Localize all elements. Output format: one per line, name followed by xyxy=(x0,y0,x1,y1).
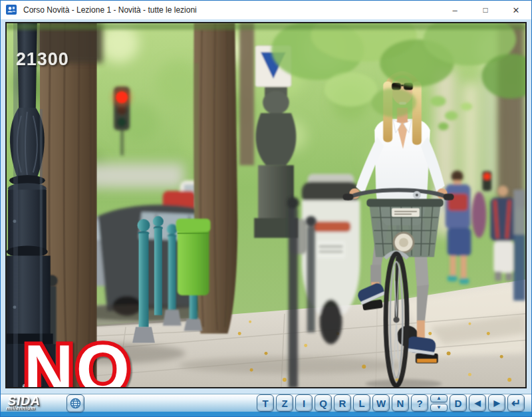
spinner-down-button[interactable]: ▼ xyxy=(430,404,448,412)
toolbar-button-z[interactable]: Z xyxy=(276,394,293,412)
pedestrian-backpacker xyxy=(490,186,515,281)
pedestrian-far-right xyxy=(513,190,525,301)
sida-logo: SIDA millennium xyxy=(6,396,66,410)
globe-icon xyxy=(70,398,81,409)
navigation-buttons: T Z I Q R L W N ? ▲ ▼ D ◀ ▶ ↵ xyxy=(257,394,525,412)
question-number-overlay: 21300 xyxy=(16,49,69,69)
spinner-up-button[interactable]: ▲ xyxy=(430,394,448,402)
sida-logo-subtext: millennium xyxy=(6,406,64,410)
lesson-photo: 21300 NO xyxy=(5,22,527,388)
previous-button[interactable]: ◀ xyxy=(469,394,486,412)
answer-no-text: NO xyxy=(24,331,132,387)
enter-button[interactable]: ↵ xyxy=(507,394,525,412)
globe-button[interactable] xyxy=(66,394,84,412)
maximize-button[interactable]: □ xyxy=(470,1,501,19)
toolbar-button-l[interactable]: L xyxy=(353,394,370,412)
sida-logo-text: SIDA xyxy=(7,396,66,406)
window-title: Corso Novità - Lezione 1 - Novità - tutt… xyxy=(23,5,197,15)
toolbar-button-r[interactable]: R xyxy=(334,394,351,412)
window-controls: – □ ✕ xyxy=(440,1,531,19)
question-number: 21300 xyxy=(16,49,69,69)
tree-trunk-thin xyxy=(239,23,254,165)
toolbar-button-w[interactable]: W xyxy=(372,394,390,412)
app-window: Corso Novità - Lezione 1 - Novità - tutt… xyxy=(0,0,532,417)
titlebar: Corso Novità - Lezione 1 - Novità - tutt… xyxy=(1,1,531,19)
toolbar-button-i[interactable]: I xyxy=(295,394,313,412)
toolbar-button-t[interactable]: T xyxy=(257,394,274,412)
bottom-toolbar: SIDA millennium T Z I Q R L W N ? ▲ ▼ D xyxy=(1,394,531,416)
client-area: 21300 NO xyxy=(1,19,531,394)
answer-overlay: NO xyxy=(24,331,132,387)
close-button[interactable]: ✕ xyxy=(501,1,531,19)
spinner-control: ▲ ▼ xyxy=(430,394,448,412)
toolbar-button-help[interactable]: ? xyxy=(411,394,428,412)
toolbar-button-n[interactable]: N xyxy=(392,394,409,412)
minimize-button[interactable]: – xyxy=(440,1,470,19)
toolbar-button-q[interactable]: Q xyxy=(315,394,332,412)
next-button[interactable]: ▶ xyxy=(488,394,505,412)
toolbar-button-d[interactable]: D xyxy=(450,394,467,412)
app-icon xyxy=(6,4,18,16)
